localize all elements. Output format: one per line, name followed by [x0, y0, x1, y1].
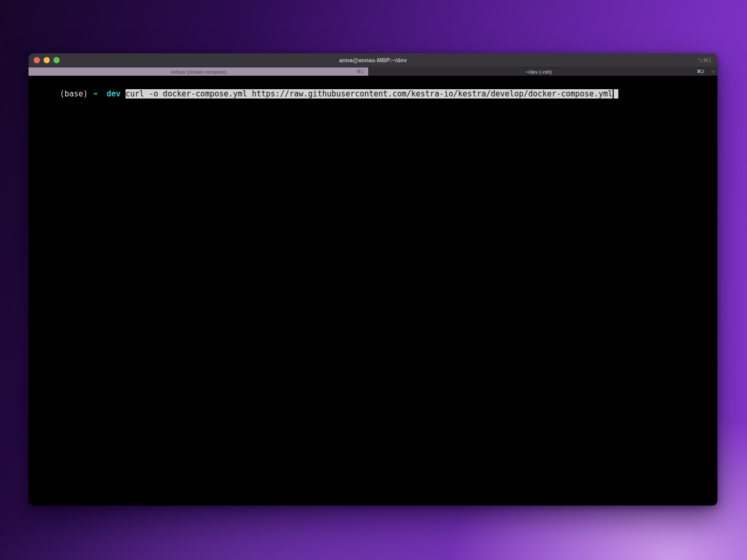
window-shortcut-hint: ⌥⌘1: [697, 58, 717, 63]
prompt-gap: [121, 89, 126, 99]
traffic-lights: [29, 57, 60, 63]
prompt-env: (base): [60, 89, 92, 99]
tab-bar: Airbyte (docker-compose) ⌘1 ~/dev (-zsh)…: [29, 67, 717, 76]
tab-airbyte[interactable]: Airbyte (docker-compose) ⌘1: [29, 67, 369, 76]
zoom-button[interactable]: [53, 57, 60, 63]
minimize-button[interactable]: [44, 57, 50, 63]
terminal-window: anna@annas-MBP:~/dev ⌥⌘1 Airbyte (docker…: [29, 53, 717, 506]
terminal-content[interactable]: (base) ➜ dev curl -o docker-compose.yml …: [29, 76, 717, 506]
prompt-directory: dev: [107, 89, 121, 99]
tab-dev-zsh[interactable]: ~/dev (-zsh) ⌘2: [369, 67, 709, 76]
tab-shortcut-hint: ⌘2: [697, 69, 709, 74]
tab-label: Airbyte (docker-compose): [29, 69, 368, 75]
new-tab-button[interactable]: +: [709, 67, 717, 76]
window-titlebar[interactable]: anna@annas-MBP:~/dev ⌥⌘1: [29, 53, 717, 67]
window-title: anna@annas-MBP:~/dev: [29, 57, 717, 63]
close-button[interactable]: [34, 57, 40, 63]
prompt-spacer: [97, 89, 106, 99]
tab-shortcut-hint: ⌘1: [356, 69, 368, 74]
command-text-selected: curl -o docker-compose.yml https://raw.g…: [126, 89, 613, 99]
terminal-cursor: [614, 89, 618, 99]
tab-label: ~/dev (-zsh): [369, 69, 709, 75]
